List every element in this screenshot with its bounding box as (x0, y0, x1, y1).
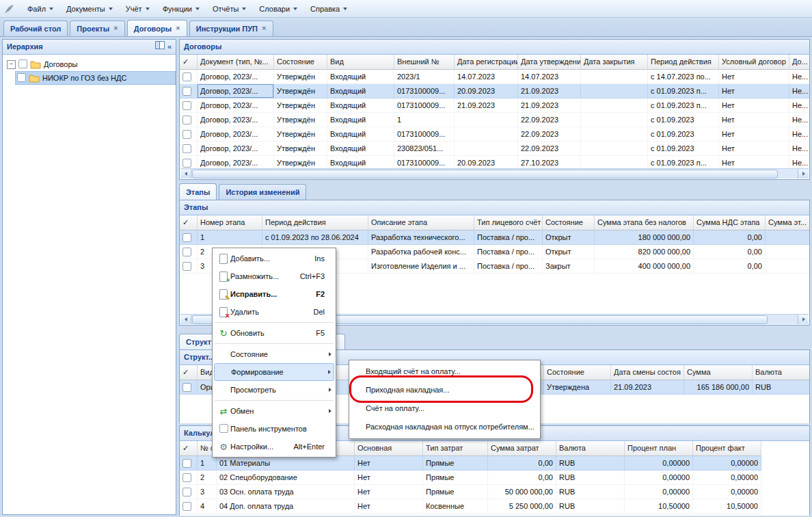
cell-currency[interactable]: RUB (556, 470, 625, 485)
calc-row[interactable]: 4 04 Доп. оплата труда Нет Косвенные 5 2… (180, 499, 761, 514)
col-currency[interactable]: Валюта (556, 441, 625, 456)
col-main[interactable]: Основная (355, 441, 423, 456)
tree-checkbox[interactable] (17, 73, 26, 82)
cell-closed[interactable] (581, 84, 648, 98)
cell-kind[interactable]: Входящий (327, 142, 394, 156)
cell-amount-cut[interactable] (766, 245, 809, 259)
cell-cond[interactable]: Нет (719, 98, 789, 113)
cell-reg[interactable] (455, 142, 518, 156)
scroll-left-button[interactable] (180, 170, 191, 178)
submenu-item-outgoing-delivery-note[interactable]: Расходная накладная на отпуск потребител… (351, 418, 539, 436)
cell-state[interactable]: Утверждена (544, 380, 611, 395)
cell-state[interactable]: Открыт (543, 230, 595, 245)
contracts-hscrollbar[interactable] (180, 168, 809, 178)
cell-check[interactable] (180, 230, 198, 245)
close-icon[interactable]: ✕ (262, 26, 267, 31)
cell-fact[interactable]: 0,00000 (693, 456, 761, 470)
cell-item[interactable]: 02 Спецоборудование (217, 470, 355, 485)
cell-kind[interactable]: Входящий (327, 98, 394, 113)
cell-plan[interactable]: 0,00000 (625, 470, 693, 485)
menu-dictionaries[interactable]: Словари (253, 3, 303, 15)
cell-ctype[interactable]: Косвенные (423, 499, 488, 514)
cell-check[interactable] (180, 456, 198, 470)
cell-doc[interactable]: Договор, 2023/... (198, 98, 274, 113)
context-item-state[interactable]: Состояние (214, 345, 334, 363)
cell-reg[interactable] (455, 113, 518, 127)
col-check[interactable]: ✓ (180, 365, 198, 380)
cell-ctype[interactable]: Прямые (423, 470, 488, 485)
col-cost-type[interactable]: Тип затрат (423, 441, 488, 456)
col-ext-number[interactable]: Внешний № (394, 55, 455, 70)
cell-state[interactable]: Утверждён (274, 113, 327, 127)
menu-reports[interactable]: Отчёты (206, 3, 252, 15)
cell-more[interactable]: Не... (789, 70, 809, 84)
cell-state[interactable]: Открыт (543, 245, 595, 259)
cell-check[interactable] (180, 245, 198, 259)
cell-amount[interactable]: 400 000 000,00 (595, 259, 694, 274)
cell-vat[interactable]: 0,00 (694, 230, 766, 245)
tab-desktop[interactable]: Рабочий стол (3, 21, 68, 36)
tree-node-label[interactable]: Договоры (44, 60, 77, 68)
cell-state[interactable]: Утверждён (274, 127, 327, 142)
col-period[interactable]: Период действия (262, 215, 368, 230)
cell-ext[interactable]: 0173100009... (394, 127, 455, 142)
cell-state[interactable]: Закрыт (543, 259, 595, 274)
row-checkbox[interactable] (182, 248, 191, 256)
col-period[interactable]: Период действия (648, 55, 719, 70)
row-checkbox[interactable] (182, 116, 191, 124)
cell-reg[interactable]: 20.09.2023 (455, 84, 518, 98)
cell-more[interactable]: Не... (789, 98, 809, 113)
cell-fact[interactable]: 10,50000 (693, 499, 761, 514)
cell-cond[interactable]: Нет (719, 84, 789, 98)
contract-row[interactable]: Договор, 2023/... Утверждён Входящий 230… (180, 142, 809, 156)
cell-period[interactable]: с 01.09.2023 п... (648, 84, 719, 98)
cell-more[interactable]: Не... (789, 84, 809, 98)
cell-ext[interactable]: 0173100009... (394, 84, 455, 98)
cell-desc[interactable]: Изготовление Изделия и ... (368, 259, 474, 274)
cell-kind[interactable]: Входящий (327, 84, 394, 98)
submenu-item-payment-invoice[interactable]: Счёт на оплату... (351, 399, 539, 418)
cell-period[interactable]: с 01.09.2023 (648, 113, 719, 127)
tab-contracts[interactable]: Договоры✕ (127, 20, 187, 36)
cell-amount-cut[interactable] (766, 259, 809, 274)
col-doc[interactable]: Документ (тип, №... (198, 55, 274, 70)
contract-row-selected[interactable]: Договор, 2023/... Утверждён Входящий 017… (180, 84, 809, 98)
cell-period[interactable]: с 01.09.2023 по 28.06.2024 (262, 230, 368, 245)
cell-amount[interactable]: 165 186 000,00 (684, 380, 753, 395)
menu-documents[interactable]: Документы (60, 3, 119, 15)
col-reg-date[interactable]: Дата регистрации (455, 55, 518, 70)
cell-cond[interactable]: Нет (719, 70, 789, 84)
tree-node-niokr[interactable]: НИОКР по ГОЗ без НДС (15, 71, 176, 85)
col-check[interactable]: ✓ (180, 55, 198, 70)
col-percent-plan[interactable]: Процент план (625, 441, 693, 456)
cell-kind[interactable]: Входящий (327, 70, 394, 84)
cell-ctype[interactable]: Прямые (423, 485, 488, 499)
col-close-date[interactable]: Дата закрытия (581, 55, 648, 70)
row-checkbox[interactable] (182, 72, 191, 81)
cell-closed[interactable] (581, 127, 648, 142)
cell-ext[interactable]: 2023/1 (394, 70, 455, 84)
cell-currency[interactable]: RUB (556, 499, 625, 514)
cell-more[interactable]: Не... (789, 113, 809, 127)
cell-ext[interactable]: 0173100009... (394, 98, 455, 113)
col-check[interactable]: ✓ (180, 215, 198, 230)
cell-period[interactable]: с 01.09.2023 п... (648, 98, 719, 113)
submenu-item-incoming-invoice[interactable]: Входящий счёт на оплату... (351, 362, 539, 381)
contract-row[interactable]: Договор, 2023/... Утверждён Входящий 202… (180, 70, 809, 84)
cell-period[interactable]: с 01.09.2023 (648, 142, 719, 156)
col-more[interactable]: До... (789, 55, 809, 70)
cell-main[interactable]: Нет (355, 485, 423, 499)
col-state[interactable]: Состояние (543, 215, 595, 230)
cell-item[interactable]: 03 Осн. оплата труда (217, 485, 355, 499)
cell-amount-cut[interactable] (766, 230, 809, 245)
cell-cond[interactable]: Нет (719, 127, 789, 142)
cell-item[interactable]: 04 Доп. оплата труда (217, 499, 355, 514)
context-item-duplicate[interactable]: + Размножить... Ctrl+F3 (214, 267, 334, 285)
cell-amount[interactable]: 0,00 (488, 470, 556, 485)
col-stage-number[interactable]: Номер этапа (198, 215, 262, 230)
cell-check[interactable] (180, 380, 198, 395)
menu-functions[interactable]: Функции (157, 3, 206, 15)
cell-more[interactable]: Не... (789, 142, 809, 156)
cell-plan[interactable]: 0,00000 (625, 456, 693, 470)
context-item-refresh[interactable]: ↻ Обновить F5 (214, 324, 334, 342)
